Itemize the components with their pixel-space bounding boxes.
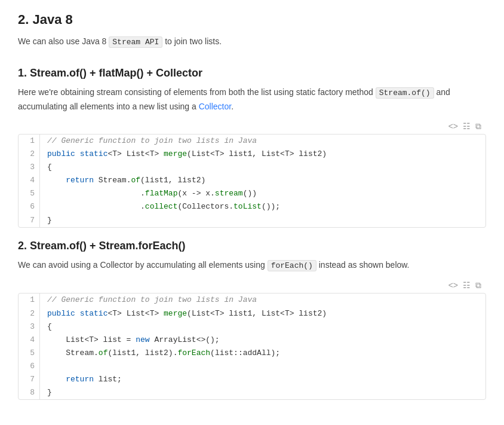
desc2-code: forEach() xyxy=(268,260,316,271)
desc1-start: Here we're obtaining stream consisting o… xyxy=(18,87,376,97)
method-token: merge xyxy=(164,149,187,158)
line-number: 1 xyxy=(19,293,40,307)
line-number: 6 xyxy=(19,200,40,213)
table-row: 6 xyxy=(19,360,485,373)
code-block-2-wrapper: <> ☷ ⧉ 1// Generic function to join two … xyxy=(18,278,486,400)
line-content: List<T> list = new ArrayList<>(); xyxy=(40,334,227,347)
table-row: 5 .flatMap(x -> x.stream()) xyxy=(19,187,485,200)
line-number: 4 xyxy=(19,174,40,187)
table-row: 7 return list; xyxy=(19,373,485,386)
window-icon-1[interactable]: ⧉ xyxy=(475,121,481,132)
line-content: // Generic function to join two lists in… xyxy=(40,134,264,148)
kw-token: public xyxy=(47,149,75,158)
table-row: 5 Stream.of(list1, list2).forEach(list::… xyxy=(19,347,485,360)
line-number: 5 xyxy=(19,347,40,360)
line-content: // Generic function to join two lists in… xyxy=(40,293,264,307)
window-icon-2[interactable]: ⧉ xyxy=(475,280,481,291)
line-number: 7 xyxy=(19,373,40,386)
method-token: toList xyxy=(233,202,262,211)
comment-token: // Generic function to join two lists in… xyxy=(47,295,257,304)
table-row: 8} xyxy=(19,386,485,399)
code-block-1: 1// Generic function to join two lists i… xyxy=(18,134,486,228)
kw-token: return xyxy=(66,176,94,185)
line-content: public static<T> List<T> merge(List<T> l… xyxy=(40,307,334,320)
code-toolbar-1: <> ☷ ⧉ xyxy=(18,119,486,134)
intro-text-end: to join two lists. xyxy=(162,36,222,46)
line-number: 8 xyxy=(19,386,40,399)
subsection2: 2. Stream.of() + Stream.forEach() We can… xyxy=(18,240,486,400)
table-row: 2public static<T> List<T> merge(List<T> … xyxy=(19,148,485,161)
line-content xyxy=(40,360,59,373)
line-number: 2 xyxy=(19,307,40,320)
table-row: 3{ xyxy=(19,161,485,174)
line-content: .flatMap(x -> x.stream()) xyxy=(40,187,264,200)
expand-icon-2[interactable]: ☷ xyxy=(463,280,471,291)
line-number: 4 xyxy=(19,334,40,347)
method-token: of xyxy=(99,348,108,357)
line-number: 2 xyxy=(19,148,40,161)
subsection1-heading: 1. Stream.of() + flatMap() + Collector xyxy=(18,67,486,80)
table-row: 4 List<T> list = new ArrayList<>(); xyxy=(19,334,485,347)
line-content: return Stream.of(list1, list2) xyxy=(40,174,213,187)
table-row: 3{ xyxy=(19,320,485,334)
intro-code: Stream API xyxy=(109,36,162,48)
method-token: forEach xyxy=(177,348,210,357)
intro-text-start: We can also use Java 8 xyxy=(18,36,109,46)
java8-section: 2. Java 8 We can also use Java 8 Stream … xyxy=(18,12,486,49)
code-icon-1[interactable]: <> xyxy=(448,121,458,132)
line-content: return list; xyxy=(40,373,129,386)
line-content: { xyxy=(40,320,59,334)
java8-intro: We can also use Java 8 Stream API to joi… xyxy=(18,35,486,49)
line-content: Stream.of(list1, list2).forEach(list::ad… xyxy=(40,347,287,360)
method-token: of xyxy=(131,176,140,185)
line-content: } xyxy=(40,386,59,399)
table-row: 7} xyxy=(19,214,485,227)
kw-token: static xyxy=(80,149,108,158)
line-content: public static<T> List<T> merge(List<T> l… xyxy=(40,148,334,161)
desc2-start: We can avoid using a Collector by accumu… xyxy=(18,260,268,270)
subsection2-description: We can avoid using a Collector by accumu… xyxy=(18,258,486,273)
method-token: collect xyxy=(145,202,178,211)
desc1-code: Stream.of() xyxy=(376,87,434,99)
subsection1-description: Here we're obtaining stream consisting o… xyxy=(18,85,486,113)
table-row: 1// Generic function to join two lists i… xyxy=(19,134,485,148)
desc2-end: instead as shown below. xyxy=(316,260,410,270)
method-token: stream xyxy=(215,189,243,198)
desc1-and: and xyxy=(434,87,450,97)
comment-token: // Generic function to join two lists in… xyxy=(47,136,257,145)
line-number: 6 xyxy=(19,360,40,373)
line-content: .collect(Collectors.toList()); xyxy=(40,200,287,213)
kw-token: return xyxy=(66,375,94,384)
table-row: 2public static<T> List<T> merge(List<T> … xyxy=(19,307,485,320)
subsection2-heading: 2. Stream.of() + Stream.forEach() xyxy=(18,240,486,252)
line-number: 5 xyxy=(19,187,40,200)
method-token: flatMap xyxy=(145,189,178,198)
table-row: 1// Generic function to join two lists i… xyxy=(19,293,485,307)
java8-heading: 2. Java 8 xyxy=(18,12,486,27)
method-token: merge xyxy=(164,309,187,318)
line-content: } xyxy=(40,214,59,227)
code-toolbar-2: <> ☷ ⧉ xyxy=(18,278,486,293)
table-row: 4 return Stream.of(list1, list2) xyxy=(19,174,485,187)
expand-icon-1[interactable]: ☷ xyxy=(463,121,471,132)
code-block-1-wrapper: <> ☷ ⧉ 1// Generic function to join two … xyxy=(18,119,486,228)
kw-token: static xyxy=(80,309,108,318)
desc1-period: . xyxy=(231,102,233,111)
kw-token: public xyxy=(47,309,75,318)
collector-link[interactable]: Collector xyxy=(199,102,231,111)
code-icon-2[interactable]: <> xyxy=(448,280,458,291)
code-block-2: 1// Generic function to join two lists i… xyxy=(18,293,486,400)
subsection1: 1. Stream.of() + flatMap() + Collector H… xyxy=(18,67,486,228)
kw-token: new xyxy=(136,335,149,344)
table-row: 6 .collect(Collectors.toList()); xyxy=(19,200,485,213)
line-number: 3 xyxy=(19,320,40,334)
line-number: 1 xyxy=(19,134,40,148)
line-content: { xyxy=(40,161,59,174)
desc1-end: accumulating all elements into a new lis… xyxy=(18,102,199,111)
line-number: 7 xyxy=(19,214,40,227)
line-number: 3 xyxy=(19,161,40,174)
